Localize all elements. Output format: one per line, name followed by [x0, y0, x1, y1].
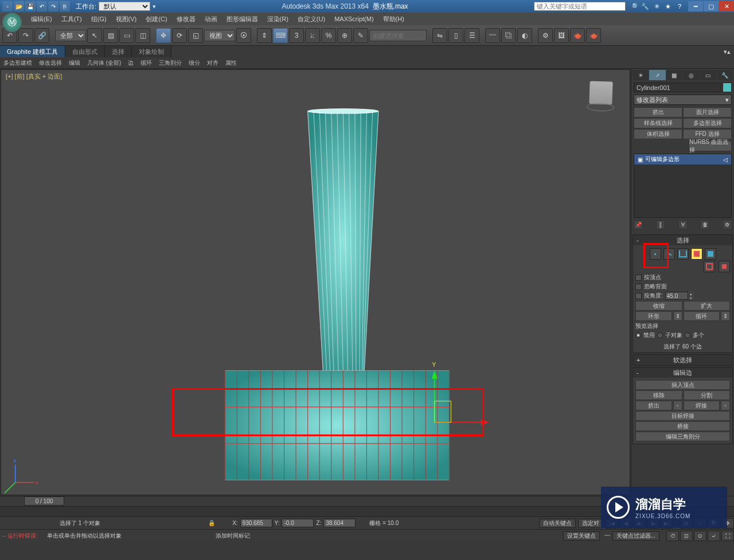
menu-views[interactable]: 视图(V): [111, 14, 142, 25]
viewport-nav-icon[interactable]: 🔍: [708, 518, 720, 528]
next-frame-icon[interactable]: ▶: [647, 518, 659, 528]
ribbon-panel[interactable]: 循环: [137, 58, 155, 68]
key-filters-button[interactable]: 关键点过滤器...: [612, 531, 659, 541]
shrink-button[interactable]: 收缩: [635, 301, 682, 311]
maximize-button[interactable]: ▢: [704, 1, 719, 11]
extrude-button[interactable]: 挤出: [635, 401, 672, 410]
layers-icon[interactable]: ☰: [464, 28, 479, 43]
link-icon[interactable]: 🔗: [34, 28, 49, 43]
modify-tab-icon[interactable]: ↗: [649, 70, 665, 80]
ribbon-panel[interactable]: 几何体 (全部): [84, 58, 124, 68]
ring-spinner[interactable]: ⇕: [673, 311, 682, 321]
by-angle-checkbox[interactable]: [635, 293, 642, 299]
sel-lock-combo[interactable]: 选定对: [578, 519, 603, 528]
loop-button[interactable]: 循环: [684, 311, 720, 321]
percent-snap-icon[interactable]: %: [321, 28, 336, 43]
ribbon-tab-selection[interactable]: 选择: [105, 46, 132, 57]
set-key-button[interactable]: 设置关键点: [563, 531, 600, 541]
auto-key-button[interactable]: 自动关键点: [539, 519, 576, 528]
ring-button[interactable]: 环形: [635, 311, 672, 321]
pin-stack-icon[interactable]: 📌: [634, 220, 643, 229]
object-color-swatch[interactable]: [723, 83, 732, 92]
subobj-edge-icon[interactable]: [663, 248, 675, 260]
loop-spinner[interactable]: ⇕: [721, 311, 730, 321]
split-button[interactable]: 分割: [684, 390, 731, 400]
select-object-icon[interactable]: ↖: [87, 28, 102, 43]
menu-create[interactable]: 创建(C): [141, 14, 171, 25]
infocenter-icon[interactable]: 🔎: [629, 2, 638, 11]
help-icon[interactable]: ?: [675, 2, 684, 11]
object-name-field[interactable]: [634, 83, 721, 92]
menu-group[interactable]: 组(G): [87, 14, 111, 25]
by-vertex-checkbox[interactable]: [635, 275, 642, 281]
config-icon[interactable]: ⚙: [723, 220, 732, 229]
insert-vertex-button[interactable]: 插入顶点: [635, 380, 730, 390]
angle-spinner[interactable]: ▲▼: [665, 292, 694, 300]
viewport[interactable]: [+] [前] [真实 + 边面]: [1, 69, 630, 495]
workspace-select[interactable]: 默认: [99, 2, 150, 11]
subobj-element-icon[interactable]: [705, 248, 716, 260]
hierarchy-tab-icon[interactable]: ▦: [666, 70, 682, 80]
qat-redo-icon[interactable]: ↷: [48, 1, 58, 11]
menu-customize[interactable]: 自定义(U): [293, 14, 330, 25]
scale-icon[interactable]: ◱: [188, 28, 203, 43]
lock-icon[interactable]: 🔒: [208, 520, 215, 526]
nav-icon[interactable]: ⛶: [721, 531, 734, 541]
exchange-icon[interactable]: ✳: [652, 2, 661, 11]
utilities-tab-icon[interactable]: 🔧: [717, 70, 733, 80]
viewport-nav-icon[interactable]: ⊞: [680, 518, 693, 528]
ribbon-panel[interactable]: 细分: [185, 58, 204, 68]
coord-y[interactable]: -0.0: [282, 519, 314, 527]
nav-icon[interactable]: ⤾: [708, 531, 720, 541]
select-name-icon[interactable]: ▤: [103, 28, 118, 43]
menu-rendering[interactable]: 渲染(R): [263, 14, 293, 25]
ribbon-panel[interactable]: 边: [124, 58, 137, 68]
subobj-vertex-icon[interactable]: [650, 248, 661, 260]
weld-settings-icon[interactable]: ▫: [721, 401, 730, 410]
ribbon-panel[interactable]: 属性: [222, 58, 240, 68]
named-sel-input[interactable]: [369, 30, 427, 41]
render-setup-icon[interactable]: ⚙: [538, 28, 553, 43]
ref-coord-select[interactable]: 视图: [204, 30, 235, 41]
ribbon-panel[interactable]: 对齐: [204, 58, 222, 68]
window-crossing-icon[interactable]: [704, 261, 715, 272]
redo-icon[interactable]: ↷: [18, 28, 33, 43]
remove-mod-icon[interactable]: 🗑: [700, 220, 709, 229]
render-frame-icon[interactable]: 🖼: [554, 28, 569, 43]
pivot-icon[interactable]: ⦿: [236, 28, 251, 43]
preview-off-radio[interactable]: [635, 332, 641, 338]
render-prod-icon[interactable]: 🫖: [586, 28, 601, 43]
play-icon[interactable]: ▶: [633, 518, 646, 528]
menu-tools[interactable]: 工具(T): [57, 14, 87, 25]
qat-open-icon[interactable]: 📂: [14, 1, 24, 11]
modifier-stack[interactable]: ▣可编辑多边形◁: [634, 154, 732, 218]
add-time-tag[interactable]: 添加时间标记: [216, 532, 250, 540]
ribbon-panel[interactable]: 修改选择: [36, 58, 65, 68]
snap-3-icon[interactable]: 3: [289, 28, 304, 43]
rotate-icon[interactable]: ⟳: [172, 28, 187, 43]
select-manip-icon[interactable]: ⇕: [257, 28, 272, 43]
viewport-nav-icon[interactable]: ✥: [721, 518, 734, 528]
weld-button[interactable]: 焊接: [684, 401, 720, 410]
ribbon-panel[interactable]: 多边形建模: [0, 58, 36, 68]
ignore-backfacing-checkbox[interactable]: [635, 284, 642, 290]
schematic-icon[interactable]: ⿻: [501, 28, 516, 43]
show-end-icon[interactable]: ║: [656, 220, 665, 229]
preview-subobj-radio[interactable]: [657, 332, 663, 338]
menu-edit[interactable]: 编辑(E): [26, 14, 57, 25]
angle-snap-icon[interactable]: ⟀: [305, 28, 320, 43]
rollout-header-editedge[interactable]: 编辑边: [633, 367, 732, 378]
keyboard-shortcut-icon[interactable]: ⌨: [273, 28, 288, 43]
prev-frame-icon[interactable]: ◀: [619, 518, 632, 528]
goto-end-icon[interactable]: ▶|: [661, 518, 673, 528]
close-button[interactable]: ✕: [719, 1, 734, 11]
coord-z[interactable]: 38.604: [323, 519, 356, 527]
render-icon[interactable]: 🫖: [570, 28, 585, 43]
edit-named-sel-icon[interactable]: ✎: [353, 28, 368, 43]
goto-start-icon[interactable]: |◀: [606, 518, 618, 528]
selection-filter[interactable]: 全部: [55, 30, 86, 41]
ribbon-panel[interactable]: 编辑: [65, 58, 84, 68]
nav-icon[interactable]: ⊙: [694, 531, 706, 541]
motion-tab-icon[interactable]: ◎: [683, 70, 699, 80]
viewport-nav-icon[interactable]: ⤢: [694, 518, 706, 528]
